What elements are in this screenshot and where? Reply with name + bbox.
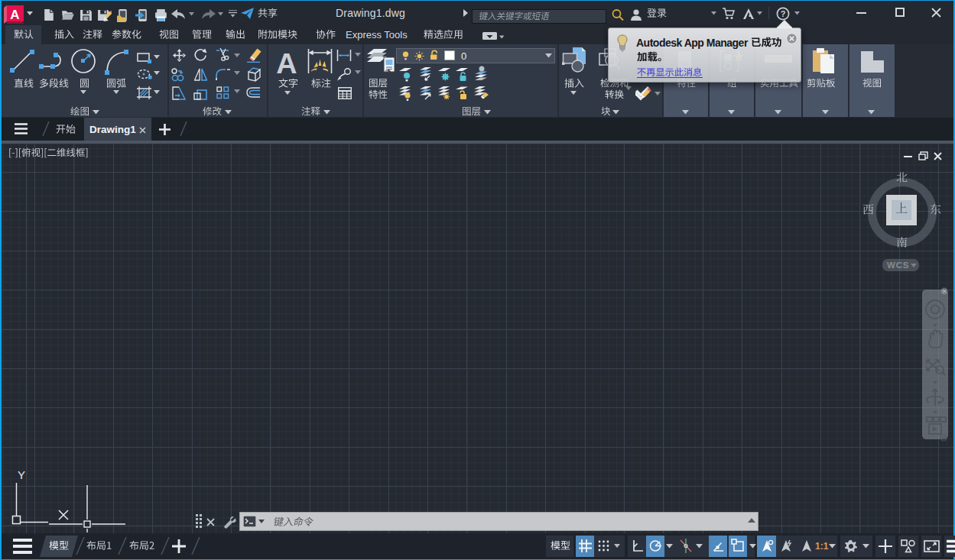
svg-text:Y: Y — [18, 468, 25, 481]
svg-text:?: ? — [781, 9, 786, 18]
svg-text:A: A — [10, 8, 19, 22]
